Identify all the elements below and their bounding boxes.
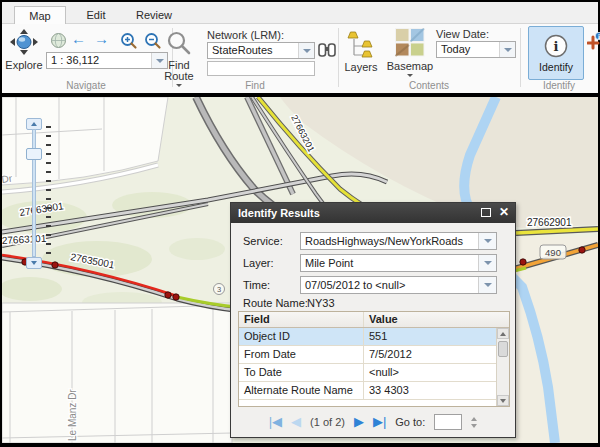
- zoom-slider-handle[interactable]: [26, 148, 42, 160]
- binoculars-icon[interactable]: [318, 42, 336, 60]
- route-search-input[interactable]: [207, 61, 315, 76]
- ribbon-body: Explore ← →: [2, 24, 598, 93]
- ribbon-tab-bar: Map Edit Review: [2, 2, 598, 24]
- time-value: 07/05/2012 to <null>: [301, 277, 478, 293]
- column-header-field[interactable]: Field: [239, 312, 364, 327]
- identify-button[interactable]: i Identify: [528, 26, 584, 80]
- layers-icon: [347, 30, 375, 60]
- full-extent-globe-icon[interactable]: [50, 32, 67, 51]
- network-lrm-label: Network (LRM):: [207, 29, 284, 41]
- table-row[interactable]: Object ID 551: [239, 328, 509, 346]
- zoom-slider-down-button[interactable]: [26, 257, 42, 269]
- scrollbar-up-arrow[interactable]: [497, 328, 509, 339]
- explore-icon: [9, 28, 39, 58]
- table-row[interactable]: To Date <null>: [239, 364, 509, 382]
- layer-dropdown-arrow[interactable]: [478, 255, 496, 271]
- route-name-value: NY33: [307, 297, 335, 309]
- pager-status: (1 of 2): [310, 416, 345, 428]
- time-dropdown-arrow[interactable]: [478, 277, 496, 293]
- group-label-identify: Identify: [520, 80, 598, 91]
- explore-label: Explore: [5, 59, 42, 71]
- time-combo[interactable]: 07/05/2012 to <null>: [300, 276, 497, 294]
- close-icon[interactable]: ✕: [499, 205, 509, 219]
- group-divider: [338, 28, 339, 87]
- last-result-button[interactable]: ▶|: [373, 415, 386, 429]
- dialog-title-bar[interactable]: Identify Results: [231, 203, 515, 223]
- scrollbar-thumb[interactable]: [498, 341, 508, 357]
- next-result-button[interactable]: ▶: [354, 415, 364, 429]
- zoom-slider-ticks: [46, 126, 51, 260]
- next-extent-icon[interactable]: →: [94, 30, 109, 47]
- route-name-label: Route Name:: [243, 297, 308, 309]
- cell-field: Alternate Route Name: [239, 382, 364, 399]
- identify-icon: i: [543, 33, 569, 61]
- goto-spinner[interactable]: [471, 417, 477, 428]
- identify-route-location-icon[interactable]: i: [587, 32, 600, 52]
- layers-label: Layers: [344, 61, 377, 73]
- network-lrm-combo[interactable]: StateRoutes: [207, 42, 315, 59]
- scrollbar-down-arrow[interactable]: [497, 395, 509, 406]
- svg-text:i: i: [554, 39, 559, 54]
- street-label-le-manz-dr: Le Manz Dr: [67, 389, 78, 441]
- group-label-navigate: Navigate: [2, 80, 170, 91]
- svg-text:490: 490: [545, 247, 561, 258]
- basemap-dropdown-caret: [407, 74, 413, 77]
- view-date-label: View Date:: [436, 28, 489, 40]
- goto-label: Go to:: [395, 416, 425, 428]
- route-shield-490: 490: [540, 245, 566, 259]
- find-route-button[interactable]: Find Route: [158, 30, 200, 87]
- layer-combo[interactable]: Mile Point: [300, 254, 497, 272]
- explore-button[interactable]: Explore: [4, 28, 44, 71]
- find-route-magnifier-icon: [166, 30, 192, 58]
- map-zoom-slider[interactable]: [26, 118, 52, 269]
- map-scale-combo[interactable]: 1 : 36,112: [46, 52, 168, 69]
- dialog-title: Identify Results: [238, 207, 320, 219]
- table-header-row[interactable]: Field Value: [239, 312, 509, 328]
- route-label-27662901: 27662901: [527, 217, 572, 228]
- basemap-label: Basemap: [387, 60, 433, 72]
- layer-label: Layer:: [243, 257, 274, 269]
- goto-input[interactable]: [434, 414, 462, 430]
- spinner-down-arrow[interactable]: [471, 424, 477, 428]
- basemap-icon: [395, 28, 425, 59]
- service-dropdown-arrow[interactable]: [478, 233, 496, 249]
- service-combo[interactable]: RoadsHighways/NewYorkRoads: [300, 232, 497, 250]
- route-shield-3: 3: [214, 284, 225, 295]
- map-scale-value: 1 : 36,112: [47, 53, 151, 68]
- service-label: Service:: [243, 235, 283, 247]
- maximize-icon[interactable]: [481, 208, 491, 217]
- cell-field: Object ID: [239, 328, 364, 345]
- attributes-table: Field Value Object ID 551 From Date 7/5/…: [238, 311, 510, 407]
- group-label-find: Find: [172, 80, 338, 91]
- previous-result-button[interactable]: ◀: [291, 415, 301, 429]
- table-scrollbar[interactable]: [496, 328, 509, 406]
- first-result-button[interactable]: |◀: [269, 415, 282, 429]
- view-date-dropdown-arrow[interactable]: [499, 42, 515, 57]
- layers-button[interactable]: Layers: [343, 30, 379, 73]
- time-label: Time:: [243, 279, 270, 291]
- service-value: RoadsHighways/NewYorkRoads: [301, 233, 478, 249]
- table-row[interactable]: Alternate Route Name 33 4303: [239, 382, 509, 400]
- table-row[interactable]: From Date 7/5/2012: [239, 346, 509, 364]
- previous-extent-icon[interactable]: ←: [71, 30, 86, 47]
- tab-map[interactable]: Map: [14, 6, 66, 25]
- view-date-value: Today: [437, 42, 499, 57]
- cell-value: 7/5/2012: [364, 346, 509, 363]
- network-lrm-dropdown-arrow[interactable]: [298, 43, 314, 58]
- cell-value: <null>: [364, 364, 509, 381]
- view-date-combo[interactable]: Today: [436, 41, 516, 58]
- cell-value: 551: [364, 328, 509, 345]
- table-body: Object ID 551 From Date 7/5/2012 To Date…: [239, 328, 509, 406]
- basemap-button[interactable]: Basemap: [386, 28, 434, 77]
- tab-review[interactable]: Review: [126, 6, 182, 24]
- svg-text:3: 3: [217, 285, 221, 294]
- application-window: Map Edit Review Explore: [0, 0, 600, 447]
- group-label-contents: Contents: [338, 80, 520, 91]
- network-lrm-value: StateRoutes: [208, 43, 298, 58]
- column-header-value[interactable]: Value: [364, 312, 509, 327]
- identify-results-dialog: Identify Results ✕ Service: RoadsHighway…: [230, 202, 516, 438]
- zoom-in-icon[interactable]: [120, 32, 138, 52]
- spinner-up-arrow[interactable]: [471, 417, 477, 421]
- group-divider: [520, 28, 521, 87]
- tab-edit[interactable]: Edit: [70, 6, 122, 24]
